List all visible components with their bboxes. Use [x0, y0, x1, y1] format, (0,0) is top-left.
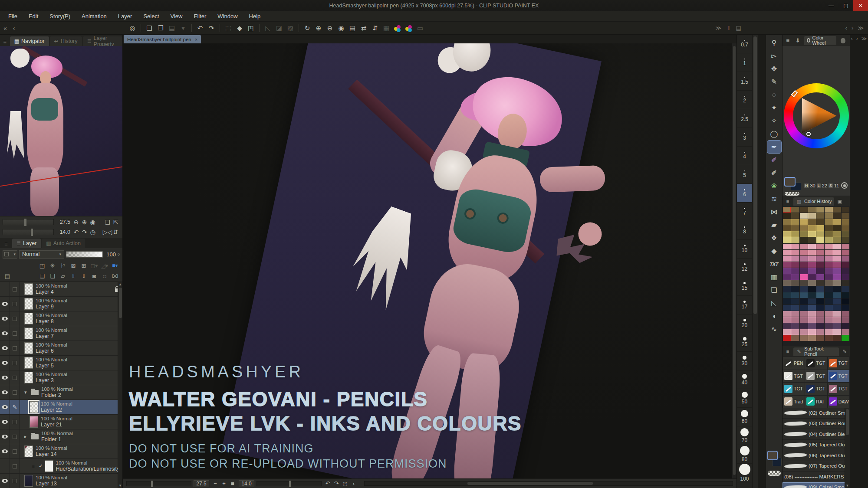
layer-visibility-toggle[interactable]: [0, 400, 10, 414]
color-swatch[interactable]: [800, 311, 808, 317]
color-swatch[interactable]: [816, 311, 824, 317]
nav-zoom-100-button[interactable]: ◉: [89, 218, 97, 226]
color-swatch[interactable]: [825, 256, 832, 262]
menu-edit[interactable]: Edit: [23, 11, 44, 22]
tab-color-set[interactable]: [838, 36, 848, 45]
layer-visibility-toggle[interactable]: [0, 429, 10, 444]
ruler-icon[interactable]: ▤: [347, 23, 358, 33]
layer-row[interactable]: 100 % NormalLayer 8: [0, 311, 122, 326]
tab-layer[interactable]: ≣Layer: [12, 239, 41, 248]
color-swatch[interactable]: [833, 225, 841, 231]
color-swatch[interactable]: [842, 219, 849, 225]
menu-view[interactable]: View: [165, 11, 188, 22]
layer-visibility-toggle[interactable]: [0, 415, 10, 429]
airbrush-tool[interactable]: ≋: [767, 193, 781, 205]
color-panel-import-icon[interactable]: ⬇: [794, 36, 802, 45]
color-swatch[interactable]: [783, 280, 791, 286]
color-swatch[interactable]: [833, 292, 841, 298]
color-swatch[interactable]: [800, 262, 808, 268]
color-swatch[interactable]: [833, 298, 841, 304]
color-swatch[interactable]: [842, 280, 849, 286]
color-swatch[interactable]: [808, 213, 816, 219]
sub-tool-tile[interactable]: TGT: [783, 370, 805, 383]
color-swatch[interactable]: [808, 225, 816, 231]
color-swatch[interactable]: [808, 286, 816, 292]
layer-checkbox[interactable]: [10, 311, 20, 326]
color-swatch[interactable]: [825, 329, 832, 335]
brush-size-20[interactable]: 20: [737, 314, 752, 333]
color-swatch[interactable]: [833, 274, 841, 280]
color-swatch[interactable]: [800, 280, 808, 286]
sub-tool-item[interactable]: (04) Outliner Bleedy adj: [783, 429, 850, 440]
brush-size-40[interactable]: 40: [737, 370, 752, 389]
color-swatch[interactable]: [791, 213, 799, 219]
sub-tool-tile[interactable]: TGT: [783, 383, 805, 395]
sub-tool-tile[interactable]: TGT: [828, 383, 849, 395]
nav-fit-screen-button[interactable]: ❏: [103, 218, 112, 226]
brush-size-100[interactable]: 100: [737, 464, 752, 482]
scroll-left-icon[interactable]: ‹: [845, 25, 847, 31]
lock-layer-icon[interactable]: ⊠: [69, 262, 77, 269]
color-swatch[interactable]: [833, 244, 841, 249]
color-swatch[interactable]: [842, 292, 849, 298]
tab-layer-property[interactable]: ≣Layer Property: [83, 36, 122, 46]
color-swatch[interactable]: [825, 286, 832, 292]
ruler-range-icon[interactable]: ◿▾: [101, 262, 108, 269]
color-swatch[interactable]: [842, 231, 849, 237]
sub-tool-tile[interactable]: TGT: [805, 357, 827, 370]
color-swatch[interactable]: [825, 219, 832, 225]
color-swatch[interactable]: [816, 256, 824, 262]
color-swatch[interactable]: [800, 335, 808, 341]
color-swatch[interactable]: [842, 329, 849, 335]
layer-checkbox[interactable]: [10, 356, 20, 370]
color-swatch[interactable]: [816, 292, 824, 298]
layer-row[interactable]: ≡✓100 % NormalHue/Saturation/Luminosity …: [0, 459, 122, 474]
color-swatch[interactable]: [816, 335, 824, 341]
color-swatch[interactable]: [842, 262, 849, 268]
color-swatch[interactable]: [808, 298, 816, 304]
navigator-rotate-slider[interactable]: [3, 229, 54, 235]
chevron-right-icon[interactable]: ▸: [24, 434, 29, 439]
brush-size-8[interactable]: 8: [737, 221, 752, 240]
layer-visibility-toggle[interactable]: [0, 444, 10, 459]
color-swatch[interactable]: [833, 317, 841, 323]
opacity-spinner[interactable]: ◊: [118, 252, 120, 257]
color-swatch[interactable]: [791, 237, 799, 243]
zoom-out-icon[interactable]: ⊖: [325, 23, 335, 33]
color-swatch[interactable]: [833, 250, 841, 255]
sub-tool-menu-icon[interactable]: ≡: [784, 348, 791, 355]
new-vector-layer-icon[interactable]: ❑: [49, 272, 56, 280]
color-swatch[interactable]: [808, 311, 816, 317]
color-swatch[interactable]: [791, 268, 799, 274]
color-swatch[interactable]: [833, 280, 841, 286]
brush-size-10[interactable]: 10: [737, 240, 752, 259]
navigator-preview[interactable]: [0, 46, 122, 216]
color-swatch[interactable]: [783, 286, 791, 292]
undo-icon[interactable]: ↶: [195, 23, 205, 33]
tab-color-history[interactable]: ▥ Color History: [793, 197, 834, 206]
color-swatch[interactable]: [783, 323, 791, 329]
color-swatch[interactable]: [800, 292, 808, 298]
color-swatch[interactable]: [842, 323, 849, 329]
color-swatch[interactable]: [783, 329, 791, 335]
close-button[interactable]: ✕: [853, 0, 868, 11]
layer-visibility-toggle[interactable]: [0, 341, 10, 355]
color-swatch[interactable]: [842, 268, 849, 274]
minimize-button[interactable]: —: [824, 0, 838, 11]
layer-checkbox[interactable]: [10, 429, 20, 444]
layer-row[interactable]: ▾100 % NormalFolder 2: [0, 385, 122, 400]
color-swatch[interactable]: [816, 286, 824, 292]
color-swatch[interactable]: [825, 280, 832, 286]
color-swatch[interactable]: [791, 323, 799, 329]
rotate-view-icon[interactable]: ↻: [302, 23, 312, 33]
layer-checkbox[interactable]: [10, 370, 20, 385]
merge-to-lower-icon[interactable]: ⇓: [80, 272, 88, 280]
color-mode-button[interactable]: [841, 182, 848, 189]
color-swatch[interactable]: [783, 219, 791, 225]
sub-tool-tile[interactable]: Trad: [783, 396, 805, 408]
layer-row[interactable]: 100 % NormalLayer 13: [0, 474, 122, 488]
sub-tool-tile[interactable]: DAW: [828, 396, 849, 408]
color-swatch[interactable]: [816, 237, 824, 243]
color-swatch[interactable]: [808, 244, 816, 249]
document-tab[interactable]: HeadSmashyer ballpoint pen ×: [124, 35, 201, 43]
